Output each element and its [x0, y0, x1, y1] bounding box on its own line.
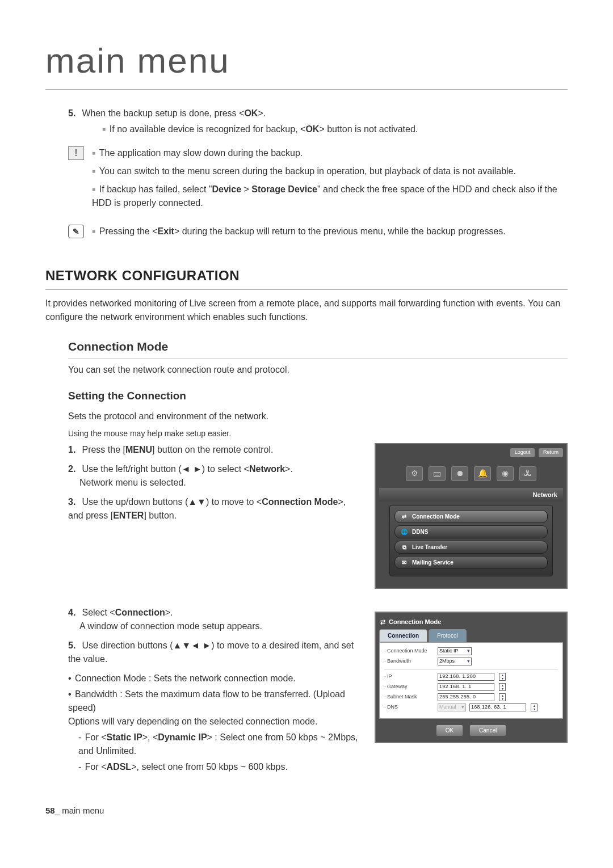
lbl-gateway: Gateway: [384, 683, 434, 691]
dropdown-dns-mode[interactable]: Manual: [438, 703, 466, 711]
osd1-logout-button[interactable]: Logout: [510, 448, 535, 457]
step-2-a: Use the left/right button (◄ ►) to selec…: [82, 464, 249, 474]
osd1-item-2-label: Live Transfer: [412, 543, 447, 551]
network-icon[interactable]: 🖧: [519, 466, 536, 481]
osd1-item-live-transfer[interactable]: ⧉ Live Transfer: [394, 541, 548, 554]
osd1-item-mailing-service[interactable]: ✉ Mailing Service: [394, 556, 548, 569]
note-icon: ✎: [68, 225, 84, 238]
lbl-dns: DNS: [384, 703, 434, 711]
subsection-desc: You can set the network connection route…: [68, 363, 568, 377]
ok-keyword-2: OK: [305, 124, 319, 134]
note-a: Pressing the <: [99, 226, 158, 236]
field-ip[interactable]: 192.168. 1.200: [438, 673, 494, 681]
device-icon[interactable]: 🖴: [429, 466, 446, 481]
stepper-gateway[interactable]: ▴▾: [499, 683, 506, 691]
menu-keyword: MENU: [125, 445, 152, 454]
page-footer: 58_ main menu: [45, 804, 568, 818]
osd2-panel: Connection Mode Static IP Bandwidth 2Mbp…: [379, 642, 563, 719]
exit-keyword: Exit: [158, 226, 174, 236]
cancel-button[interactable]: Cancel: [469, 724, 506, 736]
footer-label: main menu: [62, 806, 104, 815]
adsl-keyword: ADSL: [107, 762, 132, 772]
osd1-item-3-label: Mailing Service: [412, 558, 454, 567]
ok-button[interactable]: OK: [436, 724, 463, 736]
step-4-num: 4.: [68, 606, 79, 620]
backup-icon[interactable]: ◉: [497, 466, 514, 481]
bullet-bandwidth-b: Options will vary depending on the selec…: [68, 717, 317, 726]
event-icon[interactable]: 🔔: [474, 466, 491, 481]
page-title: main menu: [45, 34, 568, 90]
page-number: 58: [45, 806, 55, 815]
field-subnet[interactable]: 255.255.255. 0: [438, 693, 494, 701]
steps-4-5: 4. Select <Connection>. A window of conn…: [45, 606, 361, 666]
step-5-sub: If no available device is recognized for…: [102, 123, 568, 136]
step-3-a: Use the up/down buttons (▲▼) to move to …: [82, 497, 262, 507]
dialog-icon: ⇄: [380, 617, 385, 627]
osd1-item-ddns[interactable]: 🌐 DDNS: [394, 525, 548, 538]
step-2-b: >.: [285, 464, 293, 474]
tab-connection[interactable]: Connection: [379, 629, 427, 642]
osd1-return-button[interactable]: Return: [539, 448, 563, 457]
osd1-menu-panel: ⇄ Connection Mode 🌐 DDNS ⧉ Live Transfer…: [389, 505, 553, 576]
dropdown-connection-mode[interactable]: Static IP: [438, 647, 472, 655]
step-5-sub-b: > button is not activated.: [319, 124, 418, 134]
step-5-text-a: When the backup setup is done, press <: [82, 108, 244, 118]
connection-keyword: Connection: [115, 608, 165, 617]
step-3: 3. Use the up/down buttons (▲▼) to move …: [68, 495, 361, 523]
step-5b-text: Use direction buttons (▲▼◄ ►) to move to…: [68, 641, 354, 664]
caution-icon: !: [68, 146, 84, 160]
d2a: For <: [85, 762, 107, 772]
osd-screenshot-connection-mode-dialog: ⇄ Connection Mode Connection Protocol Co…: [375, 612, 568, 743]
step-5-number: 5.: [68, 107, 79, 120]
option-bullets: Connection Mode : Sets the network conne…: [45, 672, 361, 728]
subsection-connection-mode: Connection Mode: [68, 338, 568, 359]
lbl-ip: IP: [384, 673, 434, 681]
osd1-network-label: Network: [379, 488, 563, 502]
step-1: 1. Press the [MENU] button on the remote…: [68, 443, 361, 457]
step-4: 4. Select <Connection>. A window of conn…: [68, 606, 361, 633]
tab-protocol[interactable]: Protocol: [429, 629, 467, 642]
caution-item-3: If backup has failed, select "Device > S…: [92, 183, 568, 210]
caution-callout: ! The application may slow down during t…: [68, 146, 568, 214]
field-dns[interactable]: 168.126. 63. 1: [469, 703, 526, 711]
stepper-dns[interactable]: ▴▾: [531, 703, 538, 711]
step-5-sub-a: If no available device is recognized for…: [110, 124, 306, 134]
osd1-item-connection-mode[interactable]: ⇄ Connection Mode: [394, 510, 548, 523]
system-icon[interactable]: ⚙: [406, 466, 423, 481]
d2b: >, select one from 50 kbps ~ 600 kbps.: [131, 762, 288, 772]
device-keyword: Device: [212, 184, 242, 194]
network-keyword: Network: [249, 464, 285, 474]
bandwidth-sub-options: For <Static IP>, <Dynamic IP> : Select o…: [45, 731, 361, 774]
note-b: > during the backup will return to the p…: [174, 226, 506, 236]
bullet-connection-mode: Connection Mode : Sets the network conne…: [68, 672, 361, 685]
bullet-bandwidth-a: Bandwidth : Sets the maximum data flow t…: [68, 689, 345, 713]
dropdown-bandwidth[interactable]: 2Mbps: [438, 658, 472, 665]
step-2: 2. Use the left/right button (◄ ►) to se…: [68, 462, 361, 490]
osd1-item-1-label: DDNS: [412, 528, 428, 536]
caution-3-gt: >: [241, 184, 251, 194]
ddns-icon: 🌐: [401, 528, 408, 536]
dash-adsl: For <ADSL>, select one from 50 kbps ~ 60…: [78, 760, 361, 774]
step-2-num: 2.: [68, 462, 79, 476]
subsub-desc-1: Sets the protocol and environment of the…: [68, 410, 568, 423]
step-4-b: >.: [165, 608, 173, 617]
stepper-ip[interactable]: ▴▾: [499, 673, 506, 681]
osd-screenshot-network-menu: Logout Return ⚙ 🖴 ⏺ 🔔 ◉ 🖧 Network ⇄ Conn…: [375, 443, 568, 589]
step-1-b: ] button on the remote control.: [152, 445, 273, 454]
footer-sep: _: [55, 806, 62, 815]
field-gateway[interactable]: 192.168. 1. 1: [438, 683, 494, 691]
caution-item-1: The application may slow down during the…: [92, 146, 568, 160]
step-1-num: 1.: [68, 443, 79, 457]
osd2-title: Connection Mode: [389, 617, 441, 627]
stepper-subnet[interactable]: ▴▾: [499, 693, 506, 701]
caution-item-2: You can switch to the menu screen during…: [92, 165, 568, 178]
record-icon[interactable]: ⏺: [451, 466, 468, 481]
step-2-line2: Network menu is selected.: [68, 478, 186, 487]
subsubsection-setting-connection: Setting the Connection: [68, 388, 568, 404]
ok-keyword: OK: [244, 108, 258, 118]
step-4-a: Select <: [82, 608, 115, 617]
section-desc: It provides networked monitoring of Live…: [45, 297, 568, 324]
dash-static-dynamic: For <Static IP>, <Dynamic IP> : Select o…: [78, 731, 361, 758]
osd1-top-icons: ⚙ 🖴 ⏺ 🔔 ◉ 🖧: [379, 461, 563, 484]
step-3-num: 3.: [68, 495, 79, 509]
